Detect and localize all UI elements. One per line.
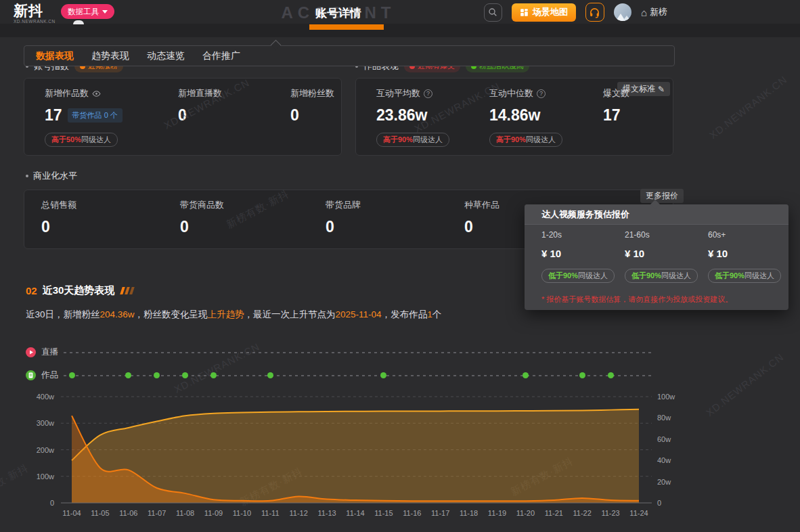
commerce-products-value: 0 <box>180 218 189 236</box>
eye-icon[interactable] <box>92 89 101 98</box>
svg-text:11-18: 11-18 <box>460 509 478 517</box>
tab-cooperation[interactable]: 合作推广 <box>202 50 240 62</box>
svg-text:11-23: 11-23 <box>601 509 619 517</box>
total-sales-label: 总销售额 <box>41 199 76 211</box>
avg-interaction-value: 23.86w <box>376 106 427 125</box>
svg-text:100w: 100w <box>37 472 54 481</box>
help-icon[interactable]: ? <box>537 89 546 98</box>
svg-text:11-17: 11-17 <box>431 509 449 517</box>
fans-trend-chart: 0100w200w300w400w020w40w60w80w100w11-041… <box>0 386 684 525</box>
video-quote-popup: 达人视频服务预估报价 1-20s ¥ 10 低于90%同级达人 21-60s ¥… <box>525 204 788 310</box>
new-lives-label: 新增直播数 <box>178 87 222 99</box>
bullet-dot <box>26 175 28 177</box>
trend-section-title: 近30天趋势表现 <box>43 284 115 297</box>
rank-pill: 低于90%同级达人 <box>708 269 781 283</box>
watermark: XD.NEWRANK.CN <box>707 74 789 141</box>
svg-text:11-06: 11-06 <box>119 509 137 517</box>
works-performance-card: 爆文标准 ✎ 互动平均数 ? 23.86w 高于90%同级达人 互动中位数 ? … <box>355 78 673 156</box>
svg-text:20w: 20w <box>657 478 671 486</box>
help-icon[interactable]: ? <box>424 89 432 98</box>
rank-pill: 高于90%同级达人 <box>376 133 449 147</box>
work-publish-dot[interactable] <box>380 372 386 378</box>
quote-disclaimer: * 报价基于账号数据估算，请勿直接作为投放或投资建议。 <box>541 294 732 305</box>
quote-duration-label: 1-20s <box>541 230 623 240</box>
svg-text:11-09: 11-09 <box>204 509 223 517</box>
work-publish-dot[interactable] <box>154 372 160 378</box>
hot-content-count-label: 爆文数 <box>603 87 629 99</box>
svg-text:11-07: 11-07 <box>148 509 166 517</box>
title-active-underline <box>309 24 384 30</box>
work-publish-dot[interactable] <box>182 372 188 378</box>
work-publish-dot[interactable] <box>267 372 273 378</box>
commerce-title: 商业化水平 <box>33 170 77 182</box>
svg-text:100w: 100w <box>657 393 675 401</box>
new-fans-label: 新增粉丝数 <box>290 87 334 99</box>
seeding-works-label: 种草作品 <box>464 199 499 211</box>
sub-strip <box>0 24 800 37</box>
svg-text:0: 0 <box>657 499 661 507</box>
median-interaction-value: 14.86w <box>489 106 540 125</box>
quote-duration-label: 21-60s <box>625 230 706 240</box>
work-publish-dot[interactable] <box>608 372 614 378</box>
new-works-value: 17 <box>45 106 62 125</box>
section-number: 02 <box>26 285 37 296</box>
svg-text:200w: 200w <box>37 446 54 454</box>
watermark: XD.NEWRANK.CN <box>704 351 786 419</box>
svg-text:40w: 40w <box>657 456 671 464</box>
live-play-icon <box>26 347 36 357</box>
avg-interaction-label: 互动平均数 <box>376 87 420 99</box>
work-publish-dot[interactable] <box>69 372 75 378</box>
svg-text:0: 0 <box>50 499 54 507</box>
heading-accent-icon <box>121 287 133 294</box>
account-detail-page: XD.NEWRANK.CN XD.NEWRANK.CN XD.NEWRANK.C… <box>0 0 800 532</box>
hot-content-count-value: 17 <box>603 106 621 125</box>
svg-text:11-05: 11-05 <box>91 509 109 517</box>
trend-summary: 近30日，新增粉丝204.36w，粉丝数变化呈现上升趋势，最近一次上升节点为20… <box>26 309 441 321</box>
quote-price: ¥ 10 <box>708 248 789 259</box>
rank-pill: 高于50%同级达人 <box>45 133 118 147</box>
work-publish-dot[interactable] <box>523 372 529 378</box>
svg-text:11-22: 11-22 <box>573 509 592 517</box>
svg-text:80w: 80w <box>657 414 671 422</box>
quote-price: ¥ 10 <box>541 248 623 259</box>
median-interaction-label: 互动中位数 <box>489 87 533 99</box>
svg-text:11-16: 11-16 <box>403 509 421 517</box>
section-tab-bar: 数据表现 趋势表现 动态速览 合作推广 <box>24 45 675 66</box>
new-lives-value: 0 <box>178 106 187 125</box>
works-label: 作品 <box>41 370 58 381</box>
tab-dynamic-overview[interactable]: 动态速览 <box>147 50 185 62</box>
works-dashed-line <box>64 375 652 376</box>
work-publish-dot[interactable] <box>210 372 217 378</box>
new-fans-value: 0 <box>290 106 299 125</box>
work-publish-dot[interactable] <box>579 372 585 378</box>
svg-text:60w: 60w <box>657 435 671 443</box>
rank-pill: 低于90%同级达人 <box>625 269 698 283</box>
commerce-works-tag: 带货作品 0 个 <box>68 108 123 123</box>
live-timeline-row: 直播 <box>26 347 652 357</box>
tab-data-performance[interactable]: 数据表现 <box>36 50 74 62</box>
svg-text:11-19: 11-19 <box>488 509 506 517</box>
commerce-brands-value: 0 <box>326 218 334 236</box>
quote-duration-label: 60s+ <box>708 230 789 240</box>
work-publish-dot[interactable] <box>125 372 131 378</box>
svg-text:11-12: 11-12 <box>290 509 308 517</box>
quote-price: ¥ 10 <box>625 248 706 259</box>
page-title: 账号详情 <box>0 5 677 21</box>
svg-text:400w: 400w <box>37 393 54 401</box>
edit-pencil-icon: ✎ <box>658 85 665 94</box>
seeding-works-value: 0 <box>464 218 473 236</box>
svg-text:11-21: 11-21 <box>545 509 563 517</box>
rank-pill: 高于90%同级达人 <box>489 133 562 147</box>
svg-text:11-14: 11-14 <box>346 509 364 517</box>
svg-text:11-10: 11-10 <box>233 509 251 517</box>
live-dashed-line <box>64 352 652 353</box>
commerce-products-label: 带货商品数 <box>180 199 224 211</box>
top-bar: ACCOUNT 账号详情 新抖 XD.NEWRANK.CN 数据工具 <box>0 0 800 24</box>
svg-text:11-08: 11-08 <box>176 509 194 517</box>
tab-trend-performance[interactable]: 趋势表现 <box>91 50 129 62</box>
more-quotes-button[interactable]: 更多报价 <box>640 189 684 203</box>
svg-text:300w: 300w <box>37 419 54 427</box>
svg-text:11-24: 11-24 <box>629 509 648 517</box>
works-timeline-row: 作品 <box>26 370 652 380</box>
svg-text:11-15: 11-15 <box>374 509 393 517</box>
